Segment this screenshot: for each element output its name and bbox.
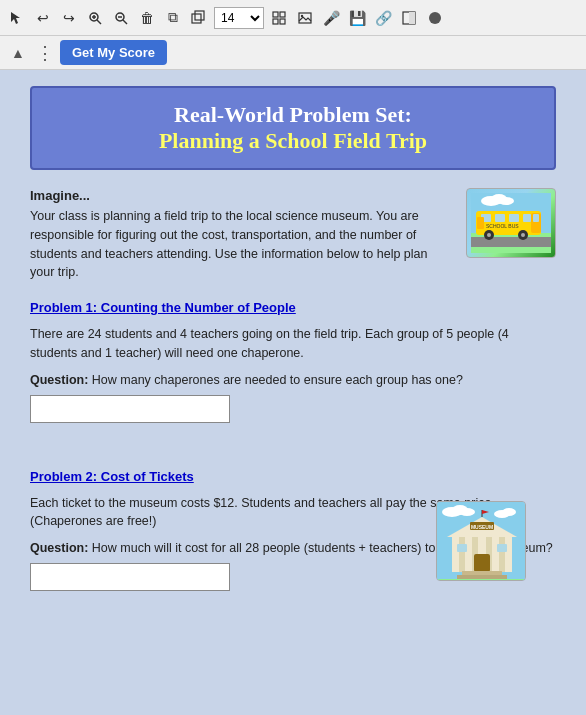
svg-rect-27 (523, 214, 531, 222)
svg-rect-17 (409, 12, 415, 24)
main-content: Real-World Problem Set: Planning a Schoo… (0, 70, 586, 715)
svg-text:MUSEUM: MUSEUM (471, 524, 493, 530)
get-score-button[interactable]: Get My Score (60, 40, 167, 65)
problem2-question-label: Question: (30, 541, 88, 555)
link-icon[interactable]: 🔗 (372, 7, 394, 29)
svg-rect-59 (437, 579, 526, 581)
svg-rect-21 (471, 237, 551, 247)
redo-icon[interactable]: ↪ (58, 7, 80, 29)
problem1-question-label: Question: (30, 373, 88, 387)
imagine-text: Imagine... Your class is planning a fiel… (30, 188, 452, 282)
sub-toolbar: ▲ ⋮ Get My Score (0, 36, 586, 70)
problem1-section: Problem 1: Counting the Number of People… (30, 300, 556, 423)
svg-rect-51 (457, 544, 467, 552)
imagine-label: Imagine... (30, 188, 452, 203)
svg-line-6 (123, 20, 127, 24)
svg-point-18 (429, 12, 441, 24)
svg-point-37 (498, 197, 514, 205)
copy-icon[interactable]: ⧉ (162, 7, 184, 29)
mic-icon[interactable]: 🎤 (320, 7, 342, 29)
svg-line-2 (97, 20, 101, 24)
museum-svg: MUSEUM (437, 502, 526, 581)
zoom-out-icon[interactable] (110, 7, 132, 29)
svg-rect-52 (497, 544, 507, 552)
svg-point-32 (521, 233, 525, 237)
zoom-select[interactable]: 14 (214, 7, 264, 29)
problem2-link[interactable]: Problem 2: Cost of Tickets (30, 469, 556, 484)
svg-rect-8 (192, 14, 201, 23)
circle-icon[interactable] (424, 7, 446, 29)
svg-rect-49 (499, 537, 505, 572)
imagine-body: Your class is planning a field trip to t… (30, 207, 452, 282)
problem1-description: There are 24 students and 4 teachers goi… (30, 325, 556, 363)
cursor-icon[interactable] (6, 7, 28, 29)
svg-rect-25 (495, 214, 505, 222)
window-icon[interactable] (398, 7, 420, 29)
svg-text:SCHOOL BUS: SCHOOL BUS (486, 223, 519, 229)
duplicate-icon[interactable] (188, 7, 210, 29)
zoom-in-icon[interactable] (84, 7, 106, 29)
title-line2: Planning a School Field Trip (42, 128, 544, 154)
museum-image: MUSEUM (436, 501, 526, 581)
delete-icon[interactable]: 🗑 (136, 7, 158, 29)
svg-rect-54 (457, 575, 507, 579)
problem1-question: Question: How many chaperones are needed… (30, 373, 556, 387)
main-toolbar: ↩ ↪ 🗑 ⧉ 14 🎤 💾 🔗 (0, 0, 586, 36)
svg-rect-12 (273, 19, 278, 24)
problem2-section: Problem 2: Cost of Tickets Each ticket t… (30, 469, 556, 592)
problem1-answer-input[interactable] (30, 395, 230, 423)
svg-rect-9 (195, 11, 204, 20)
grid-icon[interactable] (268, 7, 290, 29)
svg-rect-10 (273, 12, 278, 17)
image-icon[interactable] (294, 7, 316, 29)
svg-rect-13 (280, 19, 285, 24)
svg-rect-14 (299, 13, 311, 23)
svg-marker-0 (11, 12, 20, 24)
undo-icon[interactable]: ↩ (32, 7, 54, 29)
svg-rect-46 (459, 537, 465, 572)
bus-svg: SCHOOL BUS (471, 193, 551, 253)
svg-rect-11 (280, 12, 285, 17)
svg-point-43 (502, 508, 516, 516)
svg-rect-28 (533, 214, 539, 222)
chevron-up-icon[interactable]: ▲ (8, 43, 28, 63)
title-box: Real-World Problem Set: Planning a Schoo… (30, 86, 556, 170)
problem1-question-text: How many chaperones are needed to ensure… (88, 373, 463, 387)
svg-point-41 (459, 508, 475, 516)
svg-point-30 (487, 233, 491, 237)
more-options-icon[interactable]: ⋮ (34, 43, 54, 63)
title-line1: Real-World Problem Set: (42, 102, 544, 128)
bus-image: SCHOOL BUS (466, 188, 556, 258)
problem2-answer-input[interactable] (30, 563, 230, 591)
svg-rect-50 (474, 554, 490, 572)
svg-rect-53 (462, 571, 502, 575)
svg-rect-26 (509, 214, 519, 222)
problem1-link[interactable]: Problem 1: Counting the Number of People (30, 300, 556, 315)
imagine-section: Imagine... Your class is planning a fiel… (30, 188, 556, 282)
save-icon[interactable]: 💾 (346, 7, 368, 29)
svg-rect-33 (477, 217, 484, 229)
